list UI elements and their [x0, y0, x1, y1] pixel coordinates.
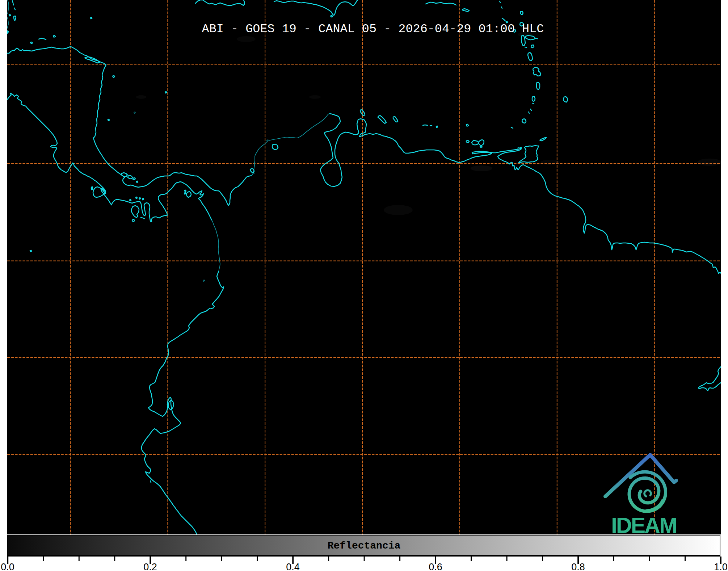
svg-text:IDEAM: IDEAM: [611, 513, 677, 538]
